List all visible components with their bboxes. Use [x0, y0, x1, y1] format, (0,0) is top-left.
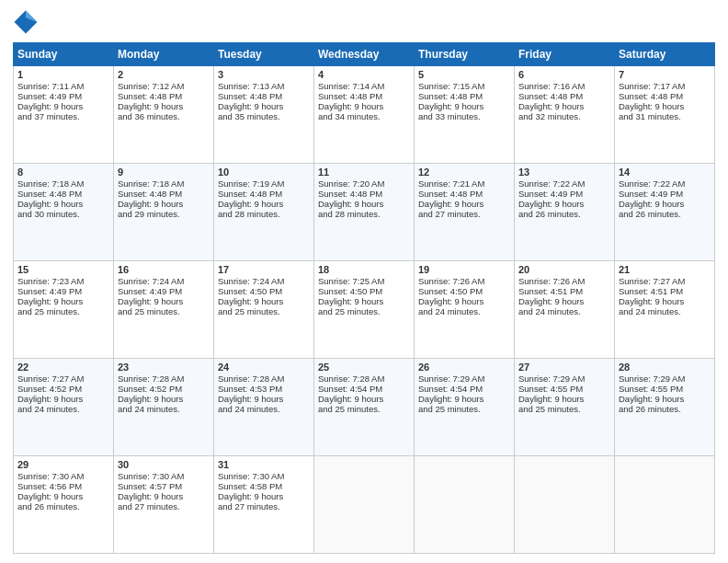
cell-text-line: and 27 minutes. [218, 501, 310, 511]
cell-text-line: and 25 minutes. [318, 306, 410, 316]
cell-text-line: Daylight: 9 hours [17, 394, 109, 404]
day-number: 1 [17, 69, 109, 80]
cell-text-line: Daylight: 9 hours [619, 296, 711, 306]
day-number: 9 [118, 167, 210, 178]
cell-text-line: Daylight: 9 hours [619, 101, 711, 111]
calendar-cell: 9Sunrise: 7:18 AMSunset: 4:48 PMDaylight… [114, 164, 214, 261]
cell-text-line: Sunrise: 7:30 AM [218, 471, 310, 481]
cell-text-line: and 30 minutes. [17, 209, 109, 219]
cell-text-line: Daylight: 9 hours [218, 491, 310, 501]
calendar-cell [314, 456, 415, 554]
cell-text-line: Daylight: 9 hours [318, 296, 410, 306]
cell-text-line: Sunrise: 7:18 AM [17, 178, 109, 189]
day-number: 3 [218, 69, 310, 80]
cell-text-line: and 31 minutes. [619, 111, 711, 121]
logo [13, 9, 42, 35]
cell-text-line: and 27 minutes. [118, 501, 210, 511]
cell-text-line: Daylight: 9 hours [318, 101, 410, 111]
calendar-table: SundayMondayTuesdayWednesdayThursdayFrid… [13, 42, 715, 554]
cell-text-line: Sunrise: 7:12 AM [118, 81, 210, 91]
cell-text-line: Daylight: 9 hours [218, 394, 310, 404]
cell-text-line: Sunset: 4:49 PM [17, 286, 109, 296]
cell-text-line: Daylight: 9 hours [619, 199, 711, 209]
cell-text-line: Sunset: 4:48 PM [17, 189, 109, 199]
cell-text-line: Sunset: 4:49 PM [118, 286, 210, 296]
cell-text-line: Daylight: 9 hours [518, 199, 610, 209]
calendar-cell: 20Sunrise: 7:26 AMSunset: 4:51 PMDayligh… [515, 261, 615, 359]
cell-text-line: and 25 minutes. [418, 404, 510, 414]
cell-text-line: Sunrise: 7:27 AM [17, 373, 109, 384]
calendar-cell: 24Sunrise: 7:28 AMSunset: 4:53 PMDayligh… [214, 359, 314, 456]
cell-text-line: Sunset: 4:53 PM [218, 384, 310, 394]
cell-text-line: Daylight: 9 hours [418, 199, 510, 209]
cell-text-line: and 27 minutes. [418, 209, 510, 219]
cell-text-line: and 24 minutes. [418, 306, 510, 316]
cell-text-line: Daylight: 9 hours [318, 199, 410, 209]
calendar-cell: 4Sunrise: 7:14 AMSunset: 4:48 PMDaylight… [314, 66, 415, 164]
cell-text-line: Sunrise: 7:26 AM [518, 276, 610, 286]
cell-text-line: and 25 minutes. [17, 306, 109, 316]
calendar-cell: 23Sunrise: 7:28 AMSunset: 4:52 PMDayligh… [114, 359, 214, 456]
day-number: 14 [619, 167, 711, 178]
cell-text-line: Sunrise: 7:23 AM [17, 276, 109, 286]
day-number: 7 [619, 69, 711, 80]
cell-text-line: and 26 minutes. [619, 209, 711, 219]
cell-text-line: Daylight: 9 hours [418, 296, 510, 306]
calendar-week-row: 1Sunrise: 7:11 AMSunset: 4:49 PMDaylight… [14, 66, 715, 164]
cell-text-line: Sunset: 4:54 PM [418, 384, 510, 394]
cell-text-line: Sunrise: 7:30 AM [118, 471, 210, 481]
cell-text-line: Sunrise: 7:22 AM [518, 178, 610, 189]
day-number: 24 [218, 362, 310, 373]
cell-text-line: Daylight: 9 hours [118, 491, 210, 501]
cell-text-line: Daylight: 9 hours [619, 394, 711, 404]
weekday-header-monday: Monday [114, 43, 214, 66]
cell-text-line: Sunrise: 7:27 AM [619, 276, 711, 286]
calendar-cell: 18Sunrise: 7:25 AMSunset: 4:50 PMDayligh… [314, 261, 415, 359]
cell-text-line: Sunset: 4:48 PM [218, 91, 310, 101]
calendar-cell [615, 456, 715, 554]
cell-text-line: Sunset: 4:57 PM [118, 481, 210, 491]
cell-text-line: Daylight: 9 hours [118, 296, 210, 306]
cell-text-line: and 29 minutes. [118, 209, 210, 219]
cell-text-line: Sunrise: 7:29 AM [619, 373, 711, 384]
cell-text-line: Sunset: 4:48 PM [418, 91, 510, 101]
calendar-cell: 17Sunrise: 7:24 AMSunset: 4:50 PMDayligh… [214, 261, 314, 359]
day-number: 19 [418, 264, 510, 275]
cell-text-line: Daylight: 9 hours [218, 199, 310, 209]
calendar-cell: 28Sunrise: 7:29 AMSunset: 4:55 PMDayligh… [615, 359, 715, 456]
day-number: 5 [418, 69, 510, 80]
calendar-cell: 15Sunrise: 7:23 AMSunset: 4:49 PMDayligh… [14, 261, 114, 359]
cell-text-line: and 36 minutes. [118, 111, 210, 121]
calendar-cell: 29Sunrise: 7:30 AMSunset: 4:56 PMDayligh… [14, 456, 114, 554]
cell-text-line: Sunset: 4:48 PM [218, 189, 310, 199]
weekday-header-sunday: Sunday [14, 43, 114, 66]
cell-text-line: and 28 minutes. [318, 209, 410, 219]
cell-text-line: Sunrise: 7:24 AM [218, 276, 310, 286]
calendar-cell: 8Sunrise: 7:18 AMSunset: 4:48 PMDaylight… [14, 164, 114, 261]
cell-text-line: and 26 minutes. [619, 404, 711, 414]
cell-text-line: Sunset: 4:50 PM [318, 286, 410, 296]
cell-text-line: and 32 minutes. [518, 111, 610, 121]
cell-text-line: Sunset: 4:52 PM [118, 384, 210, 394]
day-number: 10 [218, 167, 310, 178]
cell-text-line: Sunset: 4:48 PM [418, 189, 510, 199]
weekday-header-row: SundayMondayTuesdayWednesdayThursdayFrid… [14, 43, 715, 66]
day-number: 16 [118, 264, 210, 275]
cell-text-line: Daylight: 9 hours [118, 101, 210, 111]
calendar-cell: 13Sunrise: 7:22 AMSunset: 4:49 PMDayligh… [515, 164, 615, 261]
cell-text-line: and 28 minutes. [218, 209, 310, 219]
cell-text-line: Sunrise: 7:25 AM [318, 276, 410, 286]
calendar-cell: 30Sunrise: 7:30 AMSunset: 4:57 PMDayligh… [114, 456, 214, 554]
cell-text-line: and 24 minutes. [17, 404, 109, 414]
cell-text-line: and 24 minutes. [518, 306, 610, 316]
cell-text-line: Daylight: 9 hours [218, 101, 310, 111]
cell-text-line: Sunset: 4:56 PM [17, 481, 109, 491]
cell-text-line: Sunrise: 7:16 AM [518, 81, 610, 91]
cell-text-line: Sunset: 4:48 PM [619, 91, 711, 101]
cell-text-line: Sunrise: 7:22 AM [619, 178, 711, 189]
header [13, 9, 715, 35]
cell-text-line: Sunrise: 7:24 AM [118, 276, 210, 286]
cell-text-line: and 25 minutes. [218, 306, 310, 316]
day-number: 27 [518, 362, 610, 373]
day-number: 13 [518, 167, 610, 178]
